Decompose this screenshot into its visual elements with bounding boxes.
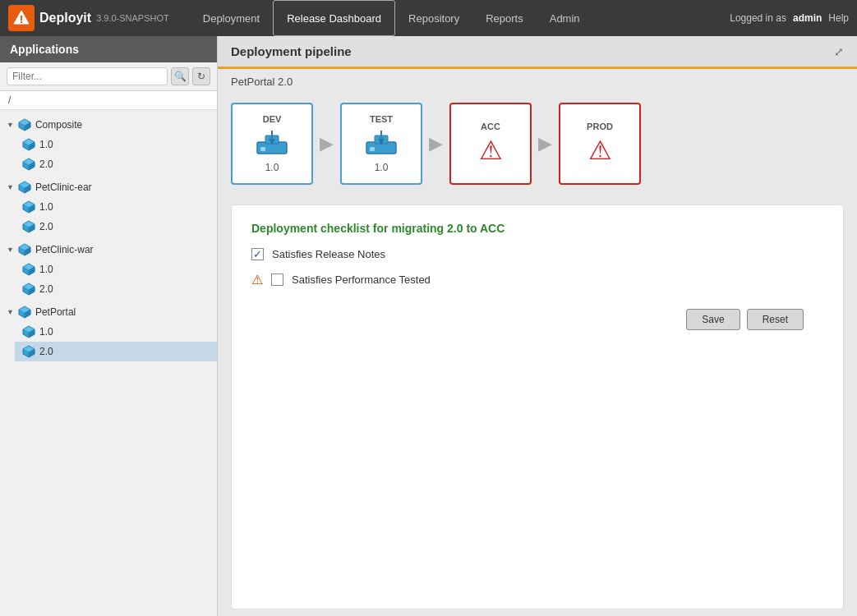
tree-container: ▼ Composite 1.0 (0, 110, 217, 616)
stage-version-dev: 1.0 (265, 162, 279, 173)
cube-icon (21, 324, 36, 339)
right-nav: Logged in as admin Help (730, 12, 849, 24)
checkmark-icon: ✓ (253, 248, 262, 260)
cube-icon-petclinic-ear (17, 180, 32, 195)
nav-admin[interactable]: Admin (537, 0, 593, 36)
composite-children: 1.0 2.0 (0, 135, 217, 174)
pipeline-boxes: DEV 1.0 ▶ TEST (231, 103, 844, 185)
triangle-icon: ▼ (7, 121, 14, 129)
petclinic-war-children: 1.0 2.0 (0, 260, 217, 299)
cube-icon (21, 282, 36, 297)
bottom-actions: Save Reset (251, 299, 823, 340)
release-notes-label: Satisfies Release Notes (272, 248, 385, 260)
petclinic-ear-children: 1.0 2.0 (0, 197, 217, 237)
list-item[interactable]: 1.0 (15, 322, 217, 342)
warning-triangle-acc: ⚠ (479, 135, 503, 166)
reset-button[interactable]: Reset (747, 309, 804, 330)
pipeline-stage-dev[interactable]: DEV 1.0 (231, 103, 313, 185)
main-layout: Applications 🔍 ↻ / ▼ Composite (0, 36, 857, 616)
username: admin (793, 12, 822, 24)
warning-triangle-prod: ⚠ (588, 135, 612, 166)
arrow-test-acc: ▶ (429, 133, 443, 154)
tree-parent-composite[interactable]: ▼ Composite (0, 115, 217, 135)
warning-icon-performance: ⚠ (251, 272, 263, 287)
performance-label: Satisfies Performance Tested (292, 274, 431, 286)
triangle-icon: ▼ (7, 308, 14, 316)
checklist-panel: Deployment checklist for migrating 2.0 t… (231, 205, 844, 609)
sidebar-filter-area: 🔍 ↻ (0, 62, 217, 91)
nav-release-dashboard[interactable]: Release Dashboard (273, 0, 395, 36)
search-button[interactable]: 🔍 (171, 67, 189, 85)
logo-area: Deployit 3.9.0-SNAPSHOT (8, 5, 182, 31)
cube-icon (21, 157, 36, 172)
sidebar: Applications 🔍 ↻ / ▼ Composite (0, 36, 218, 616)
list-item[interactable]: 2.0 (15, 279, 217, 299)
app-name: Deployit (39, 11, 91, 25)
panel-header: Deployment pipeline ⤢ (218, 36, 857, 69)
cube-icon-composite (17, 117, 32, 132)
cube-icon (21, 262, 36, 277)
svg-point-2 (21, 21, 22, 23)
svg-rect-46 (370, 147, 375, 151)
nav-deployment[interactable]: Deployment (190, 0, 273, 36)
checklist-item-release-notes: ✓ Satisfies Release Notes (251, 248, 823, 260)
deploy-icon-test (363, 127, 399, 159)
stage-label-dev: DEV (263, 114, 282, 124)
sidebar-header: Applications (0, 36, 217, 62)
tree-group-composite: ▼ Composite 1.0 (0, 113, 217, 176)
logged-in-label: Logged in as (730, 12, 786, 24)
nav-repository[interactable]: Repository (395, 0, 472, 36)
path-bar: / (0, 91, 217, 110)
svg-rect-41 (260, 147, 265, 151)
cube-icon (21, 200, 36, 214)
save-button[interactable]: Save (686, 309, 740, 330)
refresh-button[interactable]: ↻ (192, 67, 210, 85)
filter-input[interactable] (7, 67, 168, 85)
content-area: Deployment pipeline ⤢ PetPortal 2.0 DEV … (218, 36, 857, 616)
list-item[interactable]: 2.0 (15, 154, 217, 174)
stage-label-acc: ACC (481, 122, 500, 131)
tree-group-petportal: ▼ PetPortal 1.0 (0, 301, 217, 363)
performance-checkbox[interactable] (271, 274, 283, 286)
composite-label: Composite (35, 119, 82, 131)
logo-icon (8, 5, 35, 31)
checklist-item-performance: ⚠ Satisfies Performance Tested (251, 272, 823, 287)
list-item-selected[interactable]: 2.0 (15, 342, 217, 361)
tree-group-petclinic-war: ▼ PetClinic-war 1 (0, 238, 217, 301)
cube-icon (21, 137, 36, 152)
tree-parent-petclinic-ear[interactable]: ▼ PetClinic-ear (0, 177, 217, 197)
cube-icon-petclinic-war (17, 242, 32, 257)
deploy-icon-dev (254, 127, 290, 159)
stage-label-prod: PROD (587, 122, 613, 131)
checklist-title: Deployment checklist for migrating 2.0 t… (251, 222, 823, 235)
top-navigation: Deployit 3.9.0-SNAPSHOT Deployment Relea… (0, 0, 857, 36)
pipeline-stage-test[interactable]: TEST 1.0 (340, 103, 422, 185)
list-item[interactable]: 2.0 (15, 217, 217, 237)
pipeline-stage-acc[interactable]: ACC ⚠ (449, 103, 532, 185)
tree-group-petclinic-ear: ▼ PetClinic-ear 1 (0, 176, 217, 238)
panel-title: Deployment pipeline (231, 44, 352, 58)
version-badge: 3.9.0-SNAPSHOT (96, 13, 169, 23)
sub-title: PetPortal 2.0 (218, 69, 857, 94)
tree-parent-petportal[interactable]: ▼ PetPortal (0, 302, 217, 322)
arrow-dev-test: ▶ (320, 133, 334, 154)
pipeline-stage-prod[interactable]: PROD ⚠ (559, 103, 641, 185)
triangle-icon: ▼ (7, 246, 14, 254)
tree-parent-petclinic-war[interactable]: ▼ PetClinic-war (0, 240, 217, 260)
list-item[interactable]: 1.0 (15, 135, 217, 154)
cube-icon-petportal (17, 305, 32, 319)
list-item[interactable]: 1.0 (15, 197, 217, 217)
expand-icon[interactable]: ⤢ (834, 45, 844, 58)
help-link[interactable]: Help (828, 12, 849, 24)
cube-icon (21, 219, 36, 234)
triangle-icon: ▼ (7, 183, 14, 191)
nav-reports[interactable]: Reports (472, 0, 537, 36)
arrow-acc-prod: ▶ (538, 133, 552, 154)
petclinic-war-label: PetClinic-war (35, 244, 94, 255)
release-notes-checkbox[interactable]: ✓ (251, 248, 264, 260)
stage-version-test: 1.0 (375, 162, 389, 173)
list-item[interactable]: 1.0 (15, 260, 217, 279)
cube-icon (21, 344, 36, 359)
petportal-children: 1.0 2.0 (0, 322, 217, 361)
pipeline-area: DEV 1.0 ▶ TEST (218, 94, 857, 198)
